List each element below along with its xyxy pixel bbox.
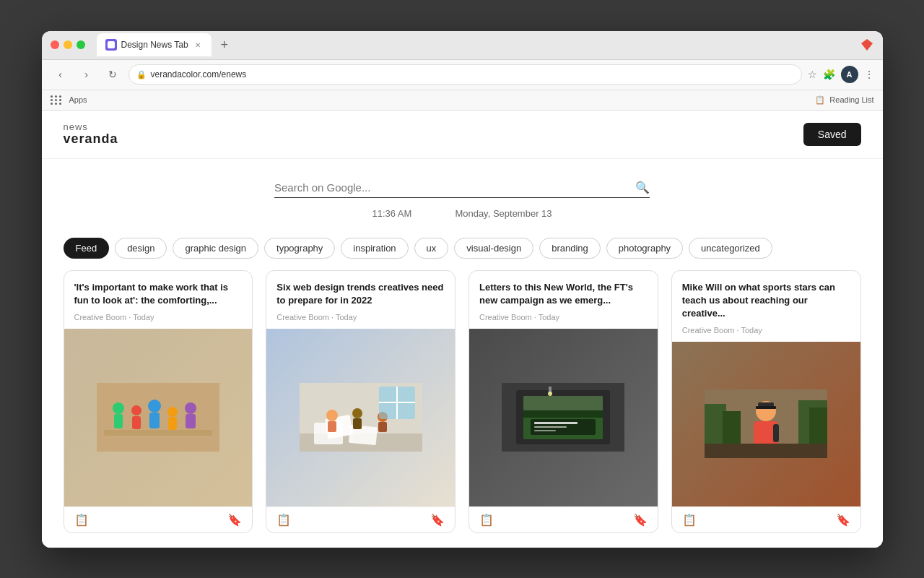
- card-4-footer: 📋 🔖: [672, 506, 860, 532]
- minimize-button[interactable]: [64, 40, 72, 49]
- svg-point-4: [131, 405, 141, 415]
- card-3-illustration: [502, 383, 624, 452]
- new-tab-button[interactable]: +: [214, 35, 235, 55]
- svg-rect-21: [353, 418, 362, 429]
- svg-rect-19: [328, 421, 336, 432]
- menu-dots-icon[interactable]: ⋮: [864, 69, 874, 80]
- search-area: 🔍 11:36 AM Monday, September 13: [42, 159, 883, 226]
- saved-button[interactable]: Saved: [803, 123, 861, 146]
- card-1-meta: Creative Boom · Today: [74, 313, 243, 322]
- browser-window: Design News Tab ✕ + ‹ › ↻ 🔒 verandacolor…: [42, 31, 883, 548]
- card-3[interactable]: Letters to this New World, the FT's new …: [468, 270, 658, 533]
- card-2-footer: 📋 🔖: [266, 506, 455, 532]
- refresh-button[interactable]: ↻: [103, 64, 123, 85]
- title-bar-right: [860, 38, 874, 52]
- card-2-illustration: [300, 383, 422, 452]
- cards-grid: 'It's important to make work that is fun…: [42, 270, 883, 548]
- svg-rect-5: [132, 416, 141, 429]
- search-icon[interactable]: 🔍: [635, 181, 650, 194]
- svg-rect-34: [534, 422, 578, 424]
- card-4-copy-icon[interactable]: 📋: [682, 513, 697, 527]
- filter-tab-design[interactable]: design: [115, 238, 167, 259]
- lock-icon: 🔒: [136, 70, 147, 79]
- svg-marker-0: [861, 39, 873, 51]
- nav-bar: ‹ › ↻ 🔒 verandacolor.com/enews ☆ 🧩 A ⋮: [42, 60, 883, 90]
- card-4-content: Mike Will on what sports stars can teach…: [672, 271, 860, 342]
- apps-grid-icon: [51, 95, 62, 105]
- card-2-meta: Creative Boom · Today: [276, 313, 445, 322]
- reading-list-icon: 📋: [815, 95, 825, 105]
- close-button[interactable]: [51, 40, 59, 49]
- card-3-title: Letters to this New World, the FT's new …: [479, 281, 648, 307]
- svg-point-18: [326, 410, 338, 421]
- svg-rect-35: [534, 426, 567, 428]
- card-1[interactable]: 'It's important to make work that is fun…: [64, 270, 253, 533]
- card-3-image: [469, 329, 658, 506]
- search-input[interactable]: [274, 181, 629, 194]
- user-avatar[interactable]: A: [841, 66, 858, 83]
- svg-rect-12: [104, 430, 212, 436]
- extensions-icon[interactable]: 🧩: [823, 69, 835, 80]
- svg-point-6: [148, 400, 161, 413]
- card-2-title: Six web design trends creatives need to …: [276, 281, 445, 307]
- logo-veranda-text: veranda: [64, 132, 118, 147]
- card-3-copy-icon[interactable]: 📋: [479, 513, 494, 527]
- card-3-content: Letters to this New World, the FT's new …: [469, 271, 658, 329]
- svg-point-8: [167, 407, 178, 417]
- filter-tab-branding[interactable]: branding: [539, 238, 601, 259]
- maximize-button[interactable]: [77, 40, 85, 49]
- filter-tab-visual-design[interactable]: visual-design: [454, 238, 533, 259]
- datetime-display: 11:36 AM Monday, September 13: [372, 208, 552, 219]
- svg-rect-50: [705, 444, 827, 458]
- reading-list-label[interactable]: Reading List: [829, 95, 873, 104]
- card-2[interactable]: Six web design trends creatives need to …: [266, 270, 456, 533]
- svg-rect-36: [534, 430, 556, 431]
- card-4-image: [672, 342, 860, 506]
- tab-title: Design News Tab: [121, 40, 188, 50]
- nav-bar-right: ☆ 🧩 A ⋮: [808, 66, 874, 83]
- filter-tab-uncategorized[interactable]: uncategorized: [689, 238, 772, 259]
- card-3-bookmark-icon[interactable]: 🔖: [633, 513, 648, 527]
- site-logo: news veranda: [64, 122, 118, 147]
- back-button[interactable]: ‹: [51, 64, 71, 85]
- card-4-bookmark-icon[interactable]: 🔖: [836, 513, 850, 527]
- filter-tab-feed[interactable]: Feed: [64, 238, 110, 259]
- card-1-title: 'It's important to make work that is fun…: [74, 281, 243, 307]
- active-tab[interactable]: Design News Tab ✕: [97, 33, 212, 56]
- filter-tab-graphic-design[interactable]: graphic design: [173, 238, 258, 259]
- address-bar[interactable]: 🔒 verandacolor.com/enews: [128, 64, 802, 85]
- svg-point-10: [185, 402, 196, 414]
- filter-tab-ux[interactable]: ux: [414, 238, 449, 259]
- card-3-footer: 📋 🔖: [469, 506, 658, 532]
- url-text: verandacolor.com/enews: [151, 69, 247, 79]
- tab-close-icon[interactable]: ✕: [193, 40, 203, 50]
- card-1-footer: 📋 🔖: [64, 506, 253, 532]
- forward-button[interactable]: ›: [77, 64, 97, 85]
- tab-area: Design News Tab ✕ +: [97, 33, 854, 56]
- card-1-bookmark-icon[interactable]: 🔖: [227, 513, 242, 527]
- filter-tab-typography[interactable]: typography: [264, 238, 335, 259]
- card-2-bookmark-icon[interactable]: 🔖: [430, 513, 445, 527]
- card-1-image: [64, 329, 253, 506]
- apps-label[interactable]: Apps: [69, 95, 87, 104]
- svg-rect-3: [114, 414, 123, 428]
- svg-rect-7: [149, 413, 160, 428]
- filter-tab-inspiration[interactable]: inspiration: [341, 238, 408, 259]
- svg-rect-9: [168, 417, 177, 430]
- svg-rect-47: [756, 406, 776, 409]
- date-display: Monday, September 13: [455, 208, 552, 219]
- card-4-illustration: [705, 389, 827, 458]
- card-4[interactable]: Mike Will on what sports stars can teach…: [671, 270, 861, 533]
- card-2-image: [266, 329, 455, 506]
- svg-point-2: [113, 402, 124, 414]
- card-2-copy-icon[interactable]: 📋: [276, 513, 291, 527]
- title-bar: Design News Tab ✕ +: [42, 31, 883, 60]
- svg-rect-17: [348, 425, 377, 445]
- svg-point-20: [352, 408, 362, 418]
- reading-list: 📋 Reading List: [815, 95, 873, 105]
- card-1-copy-icon[interactable]: 📋: [74, 513, 89, 527]
- filter-tabs: Feed design graphic design typography in…: [42, 226, 883, 270]
- filter-tab-photography[interactable]: photography: [606, 238, 683, 259]
- card-4-title: Mike Will on what sports stars can teach…: [682, 281, 850, 321]
- bookmark-star-icon[interactable]: ☆: [808, 69, 817, 80]
